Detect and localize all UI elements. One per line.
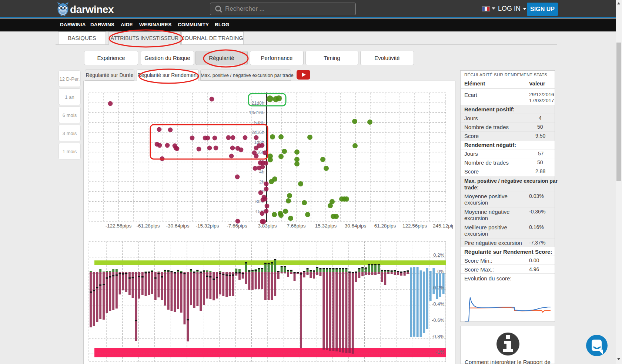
svg-text:0.2%: 0.2%	[433, 252, 444, 258]
svg-text:2h: 2h	[259, 179, 264, 185]
svg-text:-15.32pips: -15.32pips	[195, 223, 219, 229]
svg-text:-0.2%: -0.2%	[432, 285, 444, 290]
svg-text:30.64pips: 30.64pips	[345, 223, 367, 229]
svg-text:-122.56pips: -122.56pips	[106, 223, 132, 229]
svg-text:-7.66pips: -7.66pips	[227, 223, 247, 229]
svg-text:4h: 4h	[259, 169, 264, 175]
svg-text:-0.4%: -0.4%	[432, 301, 444, 307]
svg-text:-0.8%: -0.8%	[432, 334, 444, 339]
svg-text:122.56pips: 122.56pips	[402, 223, 427, 229]
svg-text:245.12pips: 245.12pips	[433, 223, 453, 229]
svg-text:2d16h: 2d16h	[251, 130, 264, 135]
svg-text:-61.28pips: -61.28pips	[136, 223, 160, 229]
svg-text:-30.64pips: -30.64pips	[166, 223, 189, 229]
svg-text:15.32pips: 15.32pips	[315, 223, 337, 229]
svg-text:-0.6%: -0.6%	[432, 317, 444, 323]
svg-text:7.66pips: 7.66pips	[287, 223, 305, 229]
svg-text:-1%: -1%	[436, 349, 445, 355]
svg-text:0%: 0%	[437, 269, 444, 274]
svg-text:10d16h: 10d16h	[249, 110, 264, 115]
svg-text:3.83pips: 3.83pips	[258, 223, 277, 229]
svg-text:21d8h: 21d8h	[251, 101, 264, 106]
svg-text:61.28pips: 61.28pips	[374, 223, 396, 229]
